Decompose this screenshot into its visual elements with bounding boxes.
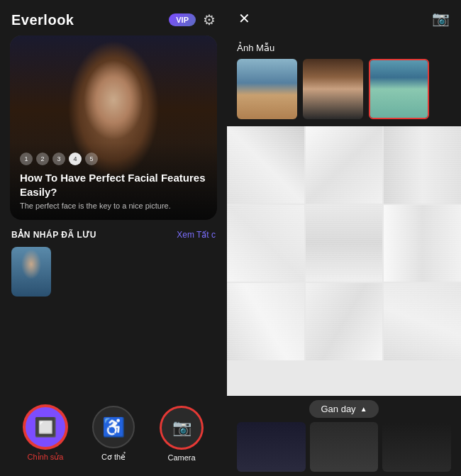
face-scan-icon: 🔲: [34, 416, 57, 438]
draft-title: BẢN NHÁP ĐÃ LƯU: [11, 230, 96, 240]
grid-item[interactable]: [384, 126, 461, 204]
see-all-button[interactable]: Xem Tất c: [177, 230, 216, 240]
bottom-thumb-2[interactable]: [310, 422, 379, 472]
draft-section: BẢN NHÁP ĐÃ LƯU Xem Tất c: [0, 220, 227, 302]
draft-image: [11, 247, 51, 297]
dot-5: 5: [85, 153, 98, 165]
bottom-thumbnails: [237, 422, 451, 472]
header-right: VIP ⚙: [169, 11, 216, 28]
camera-icon: 📷: [172, 419, 191, 437]
right-camera-icon[interactable]: 📷: [432, 10, 450, 27]
left-header: Everlook VIP ⚙: [0, 0, 227, 35]
gan-day-pill[interactable]: Gan day ▲: [309, 400, 378, 418]
camera-button[interactable]: 📷 Camera: [160, 406, 203, 462]
sample-1[interactable]: [237, 59, 297, 119]
bottom-thumb-3[interactable]: [382, 422, 451, 472]
sample-image-2: [303, 59, 363, 119]
grid-container: [227, 126, 461, 360]
vip-badge[interactable]: VIP: [169, 13, 196, 26]
sample-section: Ảnh Mẫu: [227, 37, 461, 126]
body-button[interactable]: ♿ Cơ thể: [92, 406, 135, 462]
grid-item[interactable]: [384, 283, 461, 360]
sample-row: [237, 59, 451, 119]
draft-thumbnail[interactable]: [11, 247, 51, 297]
close-icon[interactable]: ✕: [238, 10, 250, 27]
hero-card[interactable]: 1 2 3 4 5 How To Have Perfect Facial Fea…: [10, 35, 217, 220]
action-buttons: 🔲 Chỉnh sửa ♿ Cơ thể 📷 Camera: [0, 396, 227, 476]
edit-label: Chỉnh sửa: [28, 453, 64, 462]
sample-3[interactable]: [369, 59, 429, 119]
person-icon: ♿: [102, 416, 125, 438]
bottom-thumb-1[interactable]: [237, 422, 306, 472]
dot-4: 4: [69, 153, 82, 165]
grid-item[interactable]: [227, 205, 304, 282]
chevron-up-icon: ▲: [360, 405, 367, 413]
edit-icon-circle: 🔲: [24, 406, 67, 448]
body-label: Cơ thể: [101, 453, 126, 462]
sample-image-1: [237, 59, 297, 119]
sample-label: Ảnh Mẫu: [237, 43, 451, 53]
left-panel: Everlook VIP ⚙ 1 2 3 4 5 How To Have Per…: [0, 0, 227, 476]
dot-3: 3: [52, 153, 65, 165]
camera-icon-circle: 📷: [160, 406, 203, 449]
camera-label: Camera: [167, 453, 195, 462]
grid-item[interactable]: [306, 205, 383, 282]
grid-item[interactable]: [227, 126, 304, 204]
body-icon-circle: ♿: [92, 406, 135, 448]
hero-overlay: 1 2 3 4 5 How To Have Perfect Facial Fea…: [10, 143, 217, 220]
dot-2: 2: [36, 153, 49, 165]
hero-title: How To Have Perfect Facial Features Easi…: [20, 171, 207, 199]
dot-1: 1: [20, 153, 33, 165]
gan-day-row: Gan day ▲: [237, 400, 451, 418]
bottom-bar: Gan day ▲: [227, 396, 461, 476]
draft-header: BẢN NHÁP ĐÃ LƯU Xem Tất c: [11, 230, 216, 240]
right-header: ✕ 📷: [227, 0, 461, 37]
grid-item[interactable]: [306, 126, 383, 204]
grid-area: [227, 126, 461, 396]
settings-icon[interactable]: ⚙: [203, 11, 216, 28]
grid-item[interactable]: [384, 205, 461, 282]
sample-2[interactable]: [303, 59, 363, 119]
app-title: Everlook: [11, 12, 74, 28]
hero-dots: 1 2 3 4 5: [20, 153, 207, 165]
edit-button[interactable]: 🔲 Chỉnh sửa: [24, 406, 67, 462]
grid-item[interactable]: [306, 283, 383, 360]
gan-day-label: Gan day: [321, 404, 355, 414]
grid-item[interactable]: [227, 283, 304, 360]
right-panel: ✕ 📷 Ảnh Mẫu: [227, 0, 461, 476]
sample-image-3: [370, 60, 428, 118]
hero-subtitle: The perfect face is the key to a nice pi…: [20, 201, 207, 210]
